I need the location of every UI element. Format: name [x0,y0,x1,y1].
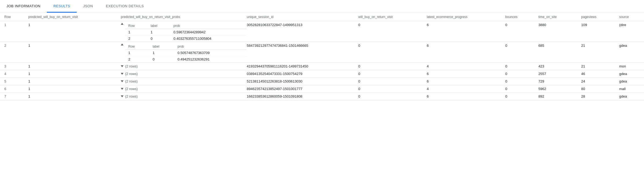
cell-bounces: 0 [501,85,534,93]
cell-bounces: 0 [501,93,534,100]
cell-latest-ecommerce: 4 [422,85,501,93]
cell-source: mon [615,63,644,70]
cell-row-num: 4 [0,70,24,78]
cell-row-num: 3 [0,63,24,70]
expand-icon[interactable] [121,80,123,82]
table-row: 71(2 rows)166233853612860059-15010918080… [0,93,644,100]
cell-source: gdea [615,42,644,63]
col-session-id: unique_session_id [242,13,354,21]
nested-probs-table: Rowlabelprob110.596723644289942200.40327… [125,23,247,42]
cell-row-num: 6 [0,85,24,93]
nested-probs-table: Rowlabelprob110.505748767363709200.49425… [125,44,247,62]
nested-table-row: 110.505748767363709 [125,50,247,56]
cell-predicted: 1 [24,70,116,78]
cell-probs: Rowlabelprob110.505748767363709200.49425… [116,42,242,63]
cell-latest-ecommerce: 6 [422,78,501,85]
expand-icon[interactable] [121,73,123,75]
cell-latest-ecommerce: 6 [422,21,501,42]
cell-session-id: 305282810633722847-1499951313 [242,21,354,42]
cell-will-buy: 0 [354,78,423,85]
cell-will-buy: 0 [354,42,423,63]
probs-rows-label: (2 rows) [125,94,138,98]
expand-icon[interactable] [121,65,123,67]
tab-execution-details[interactable]: EXECUTION DETAILS [100,0,150,13]
col-pageviews: pageviews [577,13,615,21]
expand-icon[interactable] [121,95,123,97]
col-predicted: predicted_will_buy_on_return_visit [24,13,116,21]
cell-probs: (2 rows) [116,70,242,78]
cell-session-id: 521381145012263818-1500613030 [242,78,354,85]
cell-predicted: 1 [24,78,116,85]
cell-latest-ecommerce: 6 [422,42,501,63]
col-source: source [615,13,644,21]
cell-session-id: 038941352540473331-1500754279 [242,70,354,78]
cell-time-on-site: 2557 [534,70,577,78]
col-will-buy: will_buy_on_return_visit [354,13,423,21]
cell-session-id: 894623574213852497-1501001777 [242,85,354,93]
cell-source: gdea [615,78,644,85]
cell-pageviews: 21 [577,42,615,63]
nested-table-row: 200.494251232636291 [125,56,247,63]
cell-pageviews: 24 [577,78,615,85]
cell-time-on-site: 892 [534,93,577,100]
cell-pageviews: 28 [577,93,615,100]
cell-bounces: 0 [501,63,534,70]
expand-icon[interactable] [121,88,123,90]
cell-bounces: 0 [501,42,534,63]
col-probs: predicted_will_buy_on_return_visit_probs [116,13,242,21]
cell-will-buy: 0 [354,21,423,42]
cell-latest-ecommerce: 6 [422,70,501,78]
tab-job-information[interactable]: JOB INFORMATION [0,0,47,13]
nested-table-row: 200.403276355711005804 [125,35,247,42]
cell-predicted: 1 [24,21,116,42]
table-row: 51(2 rows)521381145012263818-15006130300… [0,78,644,85]
probs-rows-label: (2 rows) [125,79,138,83]
cell-time-on-site: 3880 [534,21,577,42]
cell-row-num: 5 [0,78,24,85]
nested-table-row: 110.596723644289942 [125,29,247,35]
cell-source: gdea [615,70,644,78]
cell-row-num: 1 [0,21,24,42]
probs-rows-label: (2 rows) [125,72,138,76]
cell-source: mall [615,85,644,93]
cell-pageviews: 46 [577,70,615,78]
cell-predicted: 1 [24,63,116,70]
table-header-row: Row predicted_will_buy_on_return_visit p… [0,13,644,21]
col-row: Row [0,13,24,21]
cell-bounces: 0 [501,70,534,78]
cell-time-on-site: 423 [534,63,577,70]
cell-latest-ecommerce: 4 [422,63,501,70]
cell-will-buy: 0 [354,93,423,100]
table-row: 61(2 rows)894623574213852497-15010017770… [0,85,644,93]
cell-source: (dire [615,21,644,42]
col-bounces: bounces [501,13,534,21]
cell-row-num: 7 [0,93,24,100]
results-table-container: Row predicted_will_buy_on_return_visit p… [0,13,644,100]
tab-results[interactable]: RESULTS [47,0,77,13]
cell-pageviews: 80 [577,85,615,93]
cell-predicted: 1 [24,93,116,100]
cell-latest-ecommerce: 6 [422,93,501,100]
cell-probs: (2 rows) [116,63,242,70]
results-table: Row predicted_will_buy_on_return_visit p… [0,13,644,100]
tab-json[interactable]: JSON [77,0,100,13]
probs-rows-label: (2 rows) [125,87,138,91]
table-row: 31(2 rows)419329443705981116201-14997314… [0,63,644,70]
cell-source: gdea [615,93,644,100]
cell-time-on-site: 685 [534,42,577,63]
collapse-icon[interactable] [121,23,123,25]
cell-time-on-site: 5962 [534,85,577,93]
cell-probs: (2 rows) [116,78,242,85]
cell-probs: (2 rows) [116,85,242,93]
cell-will-buy: 0 [354,63,423,70]
cell-bounces: 0 [501,78,534,85]
cell-predicted: 1 [24,85,116,93]
cell-bounces: 0 [501,21,534,42]
col-latest-ecommerce: latest_ecommerce_progress [422,13,501,21]
tabs-bar: JOB INFORMATION RESULTS JSON EXECUTION D… [0,0,644,13]
cell-pageviews: 21 [577,63,615,70]
cell-time-on-site: 729 [534,78,577,85]
cell-probs: Rowlabelprob110.596723644289942200.40327… [116,21,242,42]
collapse-icon[interactable] [121,44,123,45]
cell-probs: (2 rows) [116,93,242,100]
